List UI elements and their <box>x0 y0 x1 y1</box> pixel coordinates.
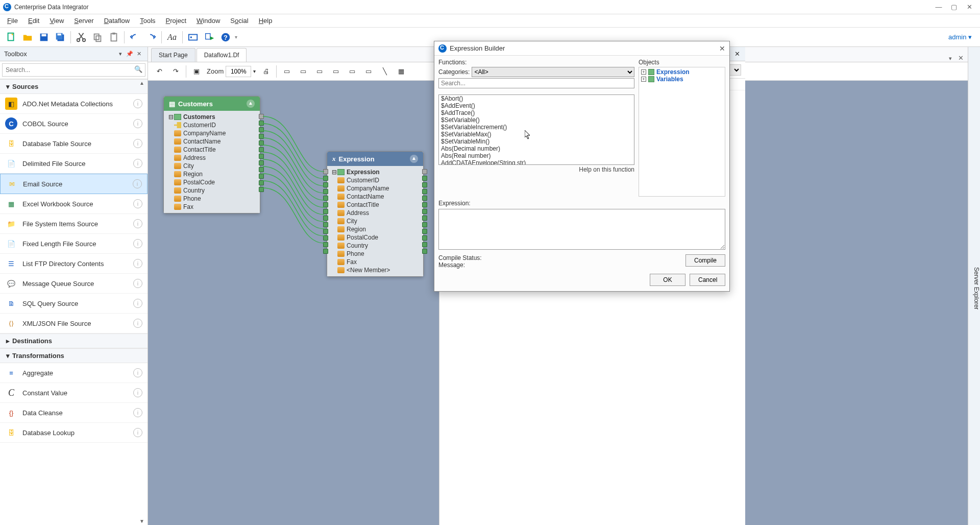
menu-tools[interactable]: Tools <box>135 15 160 26</box>
info-icon[interactable]: i <box>133 388 142 397</box>
panel-pin-icon[interactable]: 📌 <box>126 51 133 57</box>
collapse-icon[interactable]: ▲ <box>247 100 255 108</box>
font-button[interactable]: Aa <box>165 30 179 44</box>
link-button[interactable]: ╲ <box>378 64 392 79</box>
align-6-button[interactable]: ▭ <box>361 64 376 79</box>
tab-dataflow1[interactable]: Dataflow1.Df <box>197 48 247 62</box>
function-item[interactable]: $AddEvent() <box>439 102 634 109</box>
function-item[interactable]: AddCDATAEnvelope(String str) <box>439 159 634 165</box>
panel-dropdown-icon[interactable]: ▾ <box>117 51 124 57</box>
node-expression-header[interactable]: x Expression ▲ <box>327 152 423 166</box>
search-icon[interactable]: 🔍 <box>134 65 142 73</box>
align-3-button[interactable]: ▭ <box>312 64 327 79</box>
function-item[interactable]: $SetVariable() <box>439 116 634 124</box>
menu-dataflow[interactable]: Dataflow <box>99 15 135 26</box>
close-button[interactable]: ✕ <box>962 3 977 11</box>
toolbox-group-sources[interactable]: ▾Sources <box>0 79 148 94</box>
canvas-undo-button[interactable]: ↶ <box>152 64 166 79</box>
dialog-title-bar[interactable]: Expression Builder ✕ <box>434 41 729 56</box>
function-item[interactable]: Abs(Real number) <box>439 152 634 159</box>
toolbox-item-mq[interactable]: 💬Message Queue Sourcei <box>0 274 148 294</box>
compile-button[interactable]: Compile <box>685 254 725 267</box>
help-button[interactable]: ? <box>218 30 233 44</box>
copy-button[interactable] <box>90 30 105 44</box>
object-expression[interactable]: +Expression <box>640 68 724 76</box>
toolbox-group-transformations[interactable]: ▾Transformations <box>0 348 148 363</box>
info-icon[interactable]: i <box>133 219 142 228</box>
function-item[interactable]: $SetVariableMin() <box>439 138 634 145</box>
toolbox-list[interactable]: ▲ ▾Sources ◧ADO.Net Metadata Collections… <box>0 79 148 525</box>
ok-button[interactable]: OK <box>650 274 685 286</box>
run-button[interactable] <box>202 30 216 44</box>
paste-button[interactable] <box>107 30 121 44</box>
toolbox-item-ado[interactable]: ◧ADO.Net Metadata Collectionsi <box>0 94 148 114</box>
info-icon[interactable]: i <box>133 319 142 328</box>
open-button[interactable] <box>20 30 35 44</box>
connection-button[interactable] <box>186 30 200 44</box>
expression-textarea[interactable] <box>438 209 725 250</box>
info-icon[interactable]: i <box>133 279 142 288</box>
object-variables[interactable]: +Variables <box>640 76 724 83</box>
info-icon[interactable]: i <box>133 179 142 188</box>
menu-edit[interactable]: Edit <box>23 15 44 26</box>
scroll-up-icon[interactable]: ▲ <box>139 80 145 86</box>
function-list[interactable]: $Abort() $AddEvent() $AddTrace() $SetVar… <box>438 94 634 165</box>
panel-close-icon[interactable]: ✕ <box>734 50 740 58</box>
function-item[interactable]: $AddTrace() <box>439 109 634 116</box>
info-icon[interactable]: i <box>133 428 142 437</box>
info-icon[interactable]: i <box>133 239 142 248</box>
info-icon[interactable]: i <box>133 259 142 268</box>
new-button[interactable] <box>4 30 18 44</box>
toolbox-item-cleanse[interactable]: {}Data Cleansei <box>0 403 148 423</box>
info-icon[interactable]: i <box>133 119 142 128</box>
toolbox-item-delimited[interactable]: 📄Delimited File Sourcei <box>0 154 148 174</box>
toolbox-item-db-table[interactable]: 🗄Database Table Sourcei <box>0 134 148 154</box>
toolbox-item-aggregate[interactable]: ≡Aggregatei <box>0 363 148 383</box>
info-icon[interactable]: i <box>133 159 142 168</box>
dialog-close-icon[interactable]: ✕ <box>719 44 725 53</box>
collapse-icon[interactable]: ▲ <box>410 155 418 163</box>
menu-file[interactable]: File <box>2 15 23 26</box>
categories-select[interactable]: <All> <box>472 67 634 77</box>
maximize-button[interactable]: ▢ <box>946 3 962 11</box>
node-expression[interactable]: x Expression ▲ ⊟Expression CustomerID Co… <box>327 151 424 277</box>
toolbox-item-dblookup[interactable]: 🗄Database Lookupi <box>0 423 148 443</box>
node-customers-header[interactable]: ▤ Customers ▲ <box>164 97 260 111</box>
info-icon[interactable]: i <box>133 99 142 108</box>
minimize-button[interactable]: — <box>931 3 946 11</box>
help-link[interactable]: Help on this function <box>438 166 634 173</box>
menu-window[interactable]: Window <box>191 15 225 26</box>
toolbox-search-input[interactable] <box>2 63 145 77</box>
cancel-button[interactable]: Cancel <box>690 274 725 286</box>
info-icon[interactable]: i <box>133 299 142 308</box>
toolbox-item-cobol[interactable]: CCOBOL Sourcei <box>0 114 148 134</box>
redo-button[interactable] <box>144 30 158 44</box>
toolbox-group-destinations[interactable]: ▸Destinations <box>0 333 148 348</box>
menu-help[interactable]: Help <box>254 15 278 26</box>
toolbox-item-ftp[interactable]: ☰List FTP Directory Contentsi <box>0 254 148 274</box>
zoom-input[interactable] <box>226 66 251 77</box>
function-item[interactable]: $SetVariableIncrement() <box>439 124 634 131</box>
info-icon[interactable]: i <box>133 199 142 208</box>
info-icon[interactable]: i <box>133 408 142 417</box>
panel-close-icon[interactable]: ✕ <box>135 51 142 57</box>
info-icon[interactable]: i <box>133 139 142 148</box>
function-item[interactable]: Abs(Decimal number) <box>439 145 634 152</box>
node-customers[interactable]: ▤ Customers ▲ ⊟Customers CustomerID Comp… <box>163 96 260 213</box>
toolbox-item-fixedlen[interactable]: 📄Fixed Length File Sourcei <box>0 234 148 254</box>
fit-button[interactable]: ▣ <box>189 64 204 79</box>
toolbox-item-xml[interactable]: ⟨⟩XML/JSON File Sourcei <box>0 314 148 333</box>
save-all-button[interactable] <box>53 30 67 44</box>
canvas-redo-button[interactable]: ↷ <box>168 64 183 79</box>
menu-social[interactable]: Social <box>225 15 253 26</box>
print-button[interactable]: 🖨 <box>259 64 273 79</box>
align-1-button[interactable]: ▭ <box>280 64 294 79</box>
toolbox-item-filesystem[interactable]: 📁File System Items Sourcei <box>0 214 148 234</box>
tab-close-icon[interactable]: ✕ <box>958 54 964 62</box>
tab-start-page[interactable]: Start Page <box>151 48 195 62</box>
menu-project[interactable]: Project <box>161 15 191 26</box>
menu-view[interactable]: View <box>44 15 69 26</box>
toolbox-item-email[interactable]: ✉Email Sourcei <box>0 174 148 194</box>
toolbox-item-constant[interactable]: CConstant Valuei <box>0 383 148 403</box>
server-explorer-tab[interactable]: Server Explorer <box>968 47 980 525</box>
